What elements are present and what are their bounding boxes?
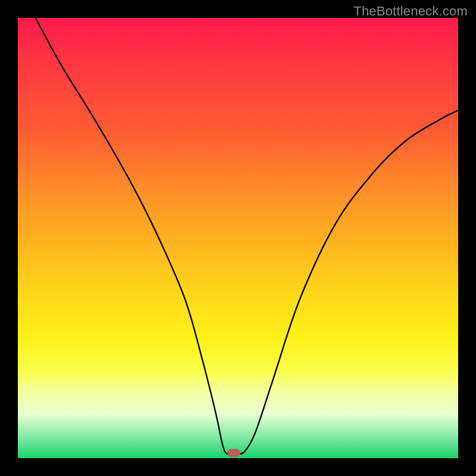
plot-area xyxy=(18,18,458,458)
watermark-text: TheBottleneck.com xyxy=(353,4,468,19)
curve-svg xyxy=(18,18,458,458)
minimum-marker xyxy=(227,449,240,457)
chart-frame: TheBottleneck.com xyxy=(0,0,476,476)
bottleneck-curve xyxy=(36,18,458,455)
